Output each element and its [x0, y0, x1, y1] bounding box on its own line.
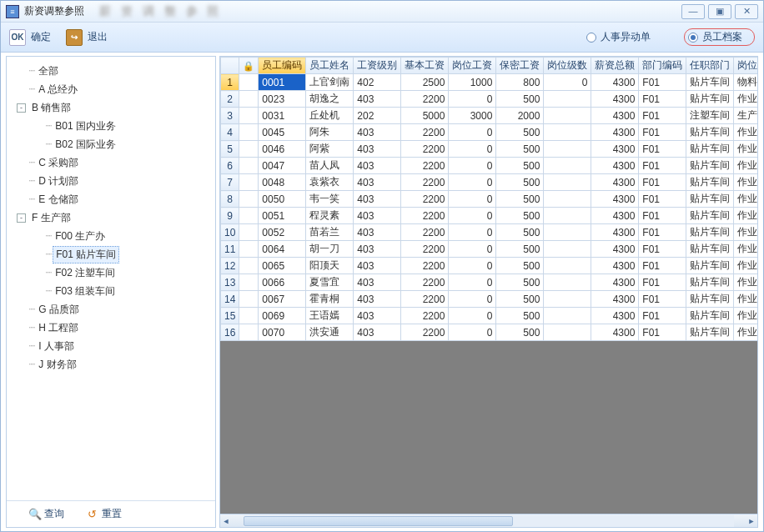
tree-node[interactable]: ┈B02 国际业务	[10, 135, 212, 153]
cell-name[interactable]: 阿朱	[306, 124, 354, 141]
cell-name[interactable]: 上官剑南	[306, 74, 354, 91]
cell-sec[interactable]: 500	[496, 308, 544, 324]
cell-total[interactable]: 4300	[591, 274, 639, 291]
cell-post[interactable]: 0	[449, 291, 496, 308]
cell-dept[interactable]: F01	[639, 91, 686, 108]
scroll-thumb[interactable]	[244, 516, 513, 526]
cell-total[interactable]: 4300	[591, 224, 639, 241]
cell-grade[interactable]: 403	[354, 141, 401, 158]
cell-dept[interactable]: F01	[639, 208, 686, 224]
row-number-cell[interactable]: 1	[221, 74, 239, 91]
column-header-lvl[interactable]: 岗位级数	[544, 58, 591, 74]
cell-name[interactable]: 韦一笑	[306, 191, 354, 208]
cell-sec[interactable]: 500	[496, 174, 544, 191]
cell-job[interactable]: 贴片车间	[686, 124, 734, 141]
table-row[interactable]: 60047苗人凤403220005004300F01贴片车间作业	[221, 158, 758, 174]
minimize-button[interactable]: —	[681, 4, 705, 19]
table-row[interactable]: 140067霍青桐403220005004300F01贴片车间作业	[221, 291, 758, 308]
cell-name[interactable]: 袁紫衣	[306, 174, 354, 191]
cell-sec[interactable]: 500	[496, 324, 544, 341]
column-header-pos[interactable]: 岗位	[734, 58, 757, 74]
cell-job[interactable]: 贴片车间	[686, 291, 734, 308]
table-row[interactable]: 10001上官剑南4022500100080004300F01贴片车间物料	[221, 74, 758, 91]
cell-lvl[interactable]	[544, 141, 591, 158]
cell-code[interactable]: 0001	[259, 74, 306, 91]
collapse-icon[interactable]: -	[17, 213, 26, 223]
row-number-header[interactable]	[221, 58, 239, 74]
cell-base[interactable]: 2200	[401, 124, 449, 141]
cell-total[interactable]: 4300	[591, 108, 639, 124]
cell-grade[interactable]: 403	[354, 274, 401, 291]
cell-post[interactable]: 0	[449, 274, 496, 291]
cell-post[interactable]: 0	[449, 308, 496, 324]
cell-grade[interactable]: 403	[354, 291, 401, 308]
cell-job[interactable]: 贴片车间	[686, 324, 734, 341]
cell-post[interactable]: 0	[449, 258, 496, 274]
cell-post[interactable]: 0	[449, 224, 496, 241]
cell-lvl[interactable]	[544, 274, 591, 291]
table-row[interactable]: 100052苗若兰403220005004300F01贴片车间作业	[221, 224, 758, 241]
cell-dept[interactable]: F01	[639, 108, 686, 124]
table-row[interactable]: 90051程灵素403220005004300F01贴片车间作业	[221, 208, 758, 224]
cell-base[interactable]: 2200	[401, 224, 449, 241]
cell-dept[interactable]: F01	[639, 158, 686, 174]
cell-total[interactable]: 4300	[591, 258, 639, 274]
cell-sec[interactable]: 500	[496, 124, 544, 141]
cell-base[interactable]: 2200	[401, 174, 449, 191]
cell-grade[interactable]: 403	[354, 308, 401, 324]
cell-code[interactable]: 0064	[259, 241, 306, 258]
cell-post[interactable]: 0	[449, 324, 496, 341]
cell-dept[interactable]: F01	[639, 274, 686, 291]
cell-code[interactable]: 0050	[259, 191, 306, 208]
tree-node[interactable]: ┈A 总经办	[10, 80, 212, 98]
cell-lvl[interactable]: 0	[544, 74, 591, 91]
row-number-cell[interactable]: 2	[221, 91, 239, 108]
cell-name[interactable]: 阳顶天	[306, 258, 354, 274]
cell-post[interactable]: 0	[449, 158, 496, 174]
maximize-button[interactable]: ▣	[708, 4, 731, 19]
cell-job[interactable]: 贴片车间	[686, 141, 734, 158]
cell-dept[interactable]: F01	[639, 258, 686, 274]
table-row[interactable]: 20023胡逸之403220005004300F01贴片车间作业	[221, 91, 758, 108]
cell-post[interactable]: 0	[449, 91, 496, 108]
cell-grade[interactable]: 403	[354, 224, 401, 241]
row-number-cell[interactable]: 16	[221, 324, 239, 341]
query-button[interactable]: 🔍 查询	[28, 507, 64, 521]
cell-grade[interactable]: 202	[354, 108, 401, 124]
tree-node[interactable]: ┈B01 国内业务	[10, 117, 212, 135]
cell-code[interactable]: 0045	[259, 124, 306, 141]
cell-base[interactable]: 2200	[401, 258, 449, 274]
cell-code[interactable]: 0023	[259, 91, 306, 108]
cell-dept[interactable]: F01	[639, 74, 686, 91]
cell-post[interactable]: 0	[449, 141, 496, 158]
cell-post[interactable]: 0	[449, 124, 496, 141]
cell-code[interactable]: 0067	[259, 291, 306, 308]
cell-total[interactable]: 4300	[591, 324, 639, 341]
cell-job[interactable]: 贴片车间	[686, 241, 734, 258]
cell-pos[interactable]: 作业	[734, 191, 757, 208]
tree-node[interactable]: ┈E 仓储部	[10, 190, 212, 208]
cell-lvl[interactable]	[544, 191, 591, 208]
column-header-name[interactable]: 员工姓名	[306, 58, 354, 74]
cell-sec[interactable]: 500	[496, 141, 544, 158]
row-number-cell[interactable]: 7	[221, 174, 239, 191]
cell-job[interactable]: 贴片车间	[686, 208, 734, 224]
cell-pos[interactable]: 作业	[734, 258, 757, 274]
table-row[interactable]: 70048袁紫衣403220005004300F01贴片车间作业	[221, 174, 758, 191]
cell-base[interactable]: 2200	[401, 91, 449, 108]
column-header-dept[interactable]: 部门编码	[639, 58, 686, 74]
tree-node[interactable]: ┈J 财务部	[10, 355, 212, 374]
row-number-cell[interactable]: 12	[221, 258, 239, 274]
row-number-cell[interactable]: 10	[221, 224, 239, 241]
cell-total[interactable]: 4300	[591, 191, 639, 208]
cell-code[interactable]: 0051	[259, 208, 306, 224]
cell-dept[interactable]: F01	[639, 241, 686, 258]
cell-name[interactable]: 苗若兰	[306, 224, 354, 241]
cell-job[interactable]: 贴片车间	[686, 258, 734, 274]
cell-lvl[interactable]	[544, 308, 591, 324]
cell-dept[interactable]: F01	[639, 191, 686, 208]
ok-button[interactable]: OK 确定	[9, 29, 51, 46]
cell-post[interactable]: 1000	[449, 74, 496, 91]
cell-job[interactable]: 贴片车间	[686, 308, 734, 324]
cell-code[interactable]: 0048	[259, 174, 306, 191]
